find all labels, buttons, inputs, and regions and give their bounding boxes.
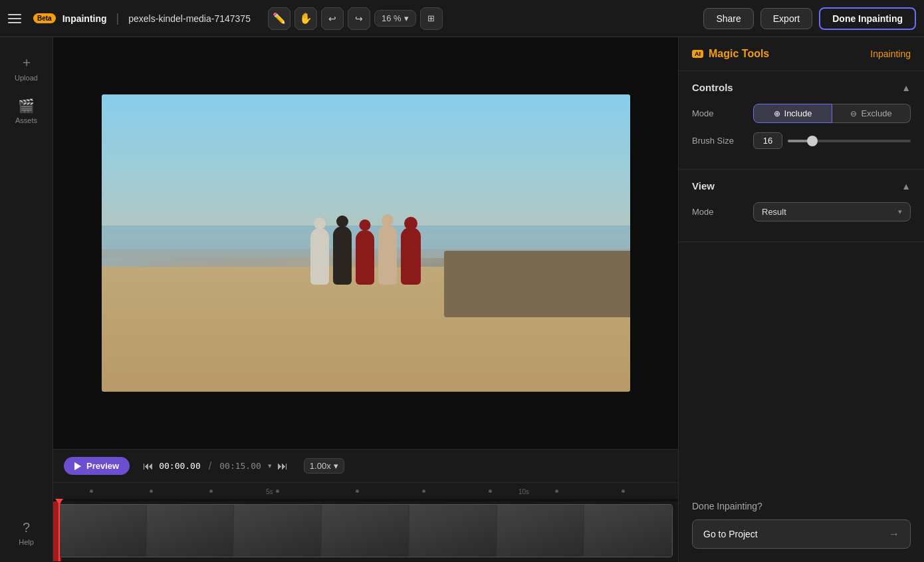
- brush-size-slider-track[interactable]: [788, 140, 911, 142]
- project-title: pexels-kindel-media-7147375: [128, 13, 251, 24]
- ruler-dot: [90, 490, 93, 493]
- sidebar-item-upload[interactable]: ＋ Upload: [0, 48, 53, 87]
- speed-dropdown-icon: ▾: [334, 461, 338, 471]
- done-inpainting-button[interactable]: Done Inpainting: [819, 7, 916, 30]
- view-mode-row: Mode Result ▾: [692, 202, 911, 221]
- video-preview: [53, 37, 678, 449]
- left-sidebar: ＋ Upload 🎬 Assets ? Help: [0, 37, 53, 562]
- view-header: View ▲: [692, 180, 911, 192]
- ruler-dot: [555, 490, 558, 493]
- help-icon: ?: [23, 520, 30, 535]
- sidebar-item-help[interactable]: ? Help: [0, 515, 53, 551]
- topbar: Beta Inpainting | pexels-kindel-media-71…: [0, 0, 924, 37]
- inpainting-label: Inpainting: [870, 49, 911, 59]
- include-mode-btn[interactable]: ⊕ Include: [753, 104, 832, 123]
- brush-size-container: [753, 132, 911, 149]
- ruler-dot: [209, 490, 213, 493]
- ai-badge: AI: [692, 50, 703, 58]
- main-layout: ＋ Upload 🎬 Assets ? Help: [0, 37, 924, 562]
- ruler-dot: [422, 490, 425, 493]
- brush-size-slider-thumb[interactable]: [807, 136, 818, 146]
- include-icon: ⊕: [774, 109, 780, 118]
- beta-badge: Beta: [33, 13, 56, 23]
- go-to-project-button[interactable]: Go to Project →: [692, 519, 911, 549]
- zoom-dropdown-icon: ▾: [404, 13, 409, 23]
- app-name: Inpainting: [62, 13, 107, 24]
- view-mode-select[interactable]: Result ▾: [753, 202, 911, 221]
- right-panel: AI Magic Tools Inpainting Controls ▲ Mod…: [678, 37, 924, 562]
- view-mode-dropdown-icon: ▾: [898, 208, 902, 216]
- view-collapse-btn[interactable]: ▲: [901, 181, 911, 192]
- exclude-mode-btn[interactable]: ⊖ Exclude: [832, 104, 911, 123]
- center-area: Preview ⏮ 00:00.00 / 00:15.00 ▾ ⏭ 1.00x …: [53, 37, 678, 562]
- help-label: Help: [19, 538, 34, 546]
- view-section: View ▲ Mode Result ▾: [679, 170, 924, 242]
- time-dropdown-icon[interactable]: ▾: [268, 462, 272, 470]
- panel-spacer: [679, 242, 924, 488]
- upload-icon: ＋: [20, 53, 33, 71]
- timeline-track[interactable]: [53, 501, 678, 561]
- upload-label: Upload: [15, 74, 38, 82]
- brush-size-label: Brush Size: [692, 136, 745, 146]
- menu-icon[interactable]: [8, 9, 27, 28]
- zoom-control[interactable]: 16 % ▾: [374, 10, 416, 27]
- play-icon: [74, 462, 81, 470]
- view-mode-value: Result: [762, 207, 786, 217]
- brush-size-input[interactable]: [753, 132, 782, 149]
- ruler-dot: [150, 490, 153, 493]
- speed-label: 1.00x: [310, 461, 331, 471]
- magic-tools-section: AI Magic Tools: [692, 48, 769, 60]
- controls-collapse-btn[interactable]: ▲: [901, 82, 911, 93]
- current-time: 00:00.00: [159, 461, 201, 471]
- pen-tool-btn[interactable]: ✏️: [268, 7, 290, 30]
- assets-label: Assets: [15, 116, 37, 124]
- go-arrow-icon: →: [889, 528, 899, 540]
- zoom-level: 16 %: [382, 13, 402, 23]
- done-question: Done Inpainting?: [692, 501, 911, 511]
- total-time: 00:15.00: [219, 461, 261, 471]
- playhead[interactable]: [58, 501, 60, 561]
- timeline-area: 5s 10s: [53, 482, 678, 562]
- export-button[interactable]: Export: [760, 8, 812, 29]
- skip-forward-btn[interactable]: ⏭: [277, 460, 288, 472]
- controls-header: Controls ▲: [692, 82, 911, 93]
- undo-btn[interactable]: ↩: [321, 7, 344, 30]
- include-label: Include: [784, 108, 812, 118]
- sidebar-item-assets[interactable]: 🎬 Assets: [0, 92, 53, 130]
- timeline-ruler: 5s 10s: [53, 483, 678, 499]
- preview-button[interactable]: Preview: [64, 457, 130, 475]
- playback-bar: Preview ⏮ 00:00.00 / 00:15.00 ▾ ⏭ 1.00x …: [53, 449, 678, 482]
- mode-options: ⊕ Include ⊖ Exclude: [753, 104, 911, 123]
- ruler-dot: [489, 490, 492, 493]
- ruler-10s-label: 10s: [519, 488, 529, 495]
- mode-control-row: Mode ⊕ Include ⊖ Exclude: [692, 104, 911, 123]
- transport-controls: ⏮ 00:00.00 / 00:15.00 ▾ ⏭: [143, 460, 288, 472]
- exclude-label: Exclude: [861, 108, 891, 118]
- view-mode-label: Mode: [692, 207, 745, 217]
- ruler-dot: [356, 490, 359, 493]
- assets-icon: 🎬: [18, 98, 35, 114]
- skip-back-btn[interactable]: ⏮: [143, 460, 154, 472]
- preview-label: Preview: [86, 461, 119, 471]
- time-separator: /: [209, 460, 211, 472]
- exclude-icon: ⊖: [850, 109, 857, 118]
- right-panel-header: AI Magic Tools Inpainting: [679, 37, 924, 71]
- go-to-project-label: Go to Project: [703, 529, 758, 539]
- redo-btn[interactable]: ↪: [348, 7, 370, 30]
- ruler-5s-label: 5s: [266, 488, 273, 495]
- timeline-clip: [58, 504, 673, 557]
- video-frame: [102, 94, 630, 392]
- fullscreen-btn[interactable]: ⊞: [420, 7, 443, 30]
- magic-tools-label: Magic Tools: [709, 48, 769, 60]
- ruler-dot: [622, 490, 625, 493]
- hand-tool-btn[interactable]: ✋: [294, 7, 317, 30]
- toolbar-tools: ✏️ ✋ ↩ ↪ 16 % ▾ ⊞: [268, 7, 443, 30]
- view-title: View: [692, 180, 715, 192]
- share-button[interactable]: Share: [703, 8, 753, 29]
- mode-label: Mode: [692, 108, 745, 118]
- ruler-dot: [276, 490, 279, 493]
- speed-control[interactable]: 1.00x ▾: [304, 458, 344, 474]
- title-divider: |: [116, 11, 120, 25]
- topbar-right: Share Export Done Inpainting: [703, 7, 916, 30]
- done-section: Done Inpainting? Go to Project →: [679, 488, 924, 562]
